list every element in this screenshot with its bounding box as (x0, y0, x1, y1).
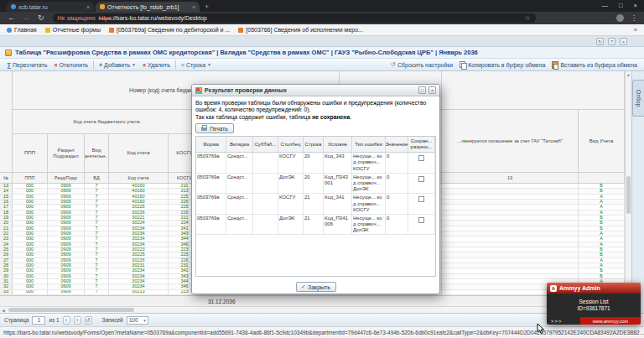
horizontal-scroll-thumb[interactable] (8, 308, 134, 312)
records-label: Записей (102, 317, 123, 323)
profile-avatar[interactable] (616, 14, 624, 22)
copy-to-clipboard-button[interactable]: Копировать в буфер обмена (456, 60, 548, 70)
ammyy-site-link[interactable]: www.ammyy.com (580, 317, 641, 325)
error-row[interactable]: 0503769а Средст... КОСГУ 20 Код_343 Несу… (196, 153, 435, 174)
form-title: Таблица "Расшифровка Средства в рамках О… (15, 49, 478, 56)
filter-tab[interactable]: Отбор (632, 80, 644, 117)
cell-ppp: 000 (13, 247, 48, 252)
row-number: 17 (0, 205, 13, 209)
dialog-maximize-button[interactable]: □ (418, 86, 426, 94)
new-tab-button[interactable]: + (205, 2, 209, 12)
refresh-button[interactable]: ↺ (85, 316, 92, 325)
message-line-1: Во время проверки таблицы были обнаружен… (195, 100, 436, 114)
error-row[interactable]: 0503769а Средст... ДопЭК 21 Код_П341006 … (196, 215, 435, 236)
cell-col13 (442, 184, 579, 188)
address-bar[interactable]: Не защищено https://bars-bo.tatar.ru/web… (53, 13, 536, 23)
dialog-titlebar[interactable]: Результат проверки данных □ × (192, 85, 439, 96)
maximize-button[interactable]: □ (619, 2, 623, 9)
bookmark-0503769a[interactable]: [0503769а] Сведения по дебиторской и ... (109, 27, 230, 33)
tab-close-icon[interactable]: × (86, 4, 90, 10)
bookmark-star-icon[interactable]: ☆ (524, 14, 530, 22)
save-allowed-checkbox[interactable] (418, 176, 424, 182)
back-icon[interactable]: ← (8, 14, 15, 22)
page-input[interactable]: 1 (32, 316, 45, 325)
security-label[interactable]: Не защищено (58, 15, 96, 21)
print-button[interactable]: Печать (195, 123, 234, 133)
reload-icon[interactable]: ↻ (38, 14, 44, 22)
save-allowed-checkbox[interactable] (418, 217, 424, 223)
dialog-close-icon[interactable]: × (428, 86, 436, 94)
row-number: 21 (0, 226, 13, 231)
add-button[interactable]: +Добавить▼ (96, 60, 139, 70)
bookmark-favicon (109, 28, 114, 33)
cell-col13 (442, 195, 579, 199)
bookmarks-overflow-icon[interactable]: » (634, 26, 637, 34)
delete-button[interactable]: ×Удалить (139, 60, 174, 70)
cell-vd: 7 (85, 237, 109, 241)
cell-col13 (442, 247, 579, 252)
forward-icon[interactable]: → (23, 14, 30, 22)
cell-vid-ucheta: Б (579, 268, 625, 273)
save-allowed-checkbox[interactable] (418, 155, 424, 161)
cell-col13 (442, 216, 579, 220)
close-dialog-button[interactable]: ✓ Закрыть (296, 282, 336, 292)
scroll-up-icon[interactable]: ▲ (626, 72, 631, 77)
row-number: 23 (0, 237, 13, 241)
page-of-label: из 1 (49, 317, 59, 323)
app-refresh-icon[interactable]: ↻ (596, 38, 604, 45)
records-per-page-select[interactable]: 100 ▾ (127, 316, 148, 325)
bookmark-report-forms[interactable]: Отчетные формы (45, 27, 101, 33)
browser-menu-icon[interactable]: ⋮ (631, 14, 637, 22)
cell-account: 30234 (109, 274, 169, 278)
prev-page-button[interactable]: ‹ (63, 316, 70, 325)
horizontal-scrollbar[interactable]: ◀ (0, 306, 625, 313)
row-number: 13 (0, 184, 13, 188)
cell-ppp: 000 (13, 200, 48, 204)
error-row[interactable]: 0503769а Средст... ДопЭК 20 Код_П343001 … (196, 174, 435, 195)
browser-actions: ⋮ (616, 14, 637, 22)
minimize-button[interactable]: — (602, 2, 609, 9)
not-saved-emphasis: не сохранена (312, 114, 350, 120)
cell-col13 (442, 252, 579, 257)
cell-account: 40160 (109, 200, 169, 204)
vertical-scroll-thumb[interactable] (626, 176, 631, 214)
cell-uslovie: Код_П343001 (324, 174, 352, 194)
close-button[interactable]: × (634, 2, 637, 9)
save-allowed-checkbox[interactable] (418, 196, 424, 202)
subheader-vid (579, 173, 625, 184)
tab-close-icon[interactable]: × (192, 4, 195, 10)
cell-ppp: 000 (13, 184, 48, 188)
column-header-repayment: ...ланируется погашение за счет ГАУ "Тат… (442, 110, 579, 173)
scroll-left-icon[interactable]: ◀ (0, 308, 7, 313)
bookmark-home[interactable]: Главная (7, 27, 37, 33)
cell-vid-ucheta: А (579, 200, 625, 204)
row-menu-button[interactable]: ≡Строка▼ (178, 60, 215, 70)
reset-settings-button[interactable]: ↺Сбросить настройки (387, 60, 456, 70)
cell-razdel: 0909 (48, 205, 85, 209)
app-exit-icon[interactable]: × (620, 38, 627, 45)
ammyy-chevrons[interactable]: >>> (547, 317, 580, 325)
bookmark-favicon (7, 28, 12, 33)
app-help-icon[interactable]: ? (608, 38, 615, 45)
row-number: 26 (0, 252, 13, 257)
ammyy-titlebar[interactable]: A Ammyy Admin (547, 283, 641, 294)
cell-vid-ucheta: А (579, 258, 625, 263)
paste-from-clipboard-button[interactable]: Вставить из буфера обмена (548, 60, 641, 70)
vertical-scrollbar[interactable]: ▲ ▼ (625, 71, 631, 313)
cell-vid-ucheta: А (579, 242, 625, 247)
cell-vid-ucheta: А (579, 205, 625, 209)
cell-razdel: 0909 (48, 184, 85, 188)
reject-button[interactable]: ×Отклонить (50, 60, 91, 70)
error-row[interactable]: 0503769а Средст... КОСГУ 21 Код_341 Несу… (196, 194, 435, 215)
next-page-button[interactable]: › (74, 316, 81, 325)
browser-tab-1[interactable]: xcb.tatar.ru × (7, 2, 94, 12)
cell-vd: 7 (85, 231, 109, 236)
cell-account: 30234 (109, 242, 169, 247)
ammyy-admin-widget[interactable]: A Ammyy Admin Session List ID=93617871 >… (547, 283, 641, 325)
cell-ppp: 000 (13, 284, 48, 289)
recalculate-button[interactable]: ∑Пересчитать (3, 60, 50, 70)
bookmark-0503766[interactable]: [0503766] Сведения об исполнении меро... (238, 27, 363, 33)
cell-razdel: 0909 (48, 263, 85, 268)
cell-vid-ucheta: Б (579, 221, 625, 225)
browser-tab-2[interactable]: Отчетность [fo_rslob_zrb1] × (96, 2, 200, 12)
